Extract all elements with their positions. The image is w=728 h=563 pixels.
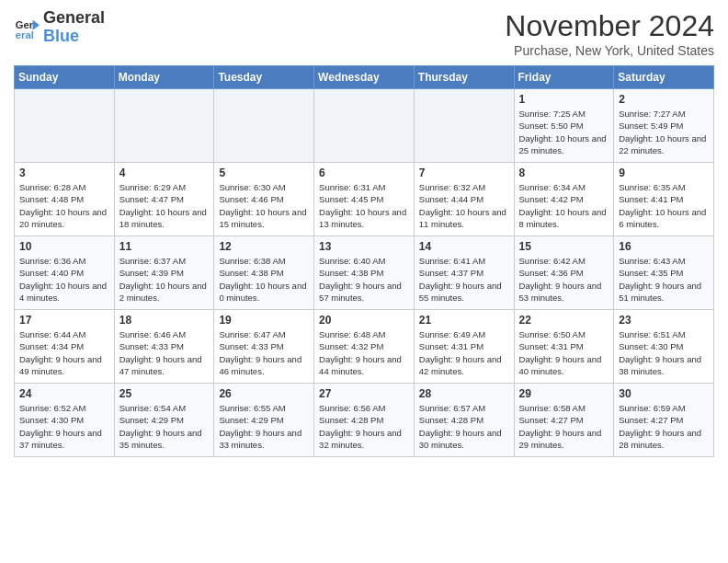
calendar-week-2: 3Sunrise: 6:28 AMSunset: 4:48 PMDaylight… (15, 163, 714, 236)
day-info: Sunrise: 6:36 AMSunset: 4:40 PMDaylight:… (19, 255, 109, 304)
svg-marker-2 (33, 19, 40, 29)
day-info: Sunrise: 6:29 AMSunset: 4:47 PMDaylight:… (119, 181, 210, 230)
day-info: Sunrise: 6:38 AMSunset: 4:38 PMDaylight:… (219, 255, 309, 304)
day-number: 29 (519, 387, 609, 400)
day-info: Sunrise: 6:52 AMSunset: 4:30 PMDaylight:… (19, 402, 109, 451)
calendar-cell-w4d4: 20Sunrise: 6:48 AMSunset: 4:32 PMDayligh… (314, 310, 415, 384)
day-info: Sunrise: 6:42 AMSunset: 4:36 PMDaylight:… (519, 255, 609, 304)
day-number: 5 (219, 167, 309, 179)
calendar-cell-w2d6: 8Sunrise: 6:34 AMSunset: 4:42 PMDaylight… (514, 163, 614, 236)
day-info: Sunrise: 7:27 AMSunset: 5:49 PMDaylight:… (619, 108, 709, 156)
calendar-cell-w1d3 (214, 89, 314, 163)
calendar-cell-w4d1: 17Sunrise: 6:44 AMSunset: 4:34 PMDayligh… (15, 310, 115, 384)
day-info: Sunrise: 6:57 AMSunset: 4:28 PMDaylight:… (419, 402, 509, 451)
calendar-cell-w2d3: 5Sunrise: 6:30 AMSunset: 4:46 PMDaylight… (214, 163, 314, 236)
calendar-header-tuesday: Tuesday (214, 66, 314, 89)
day-number: 19 (219, 314, 309, 327)
day-number: 21 (419, 314, 509, 327)
day-info: Sunrise: 6:40 AMSunset: 4:38 PMDaylight:… (319, 255, 409, 304)
day-number: 16 (619, 240, 709, 253)
calendar-cell-w3d5: 14Sunrise: 6:41 AMSunset: 4:37 PMDayligh… (414, 236, 514, 310)
day-number: 24 (19, 387, 109, 400)
logo-line1: General (43, 9, 105, 28)
calendar-header-friday: Friday (514, 66, 614, 89)
day-number: 30 (619, 387, 709, 400)
day-info: Sunrise: 6:48 AMSunset: 4:32 PMDaylight:… (319, 328, 409, 377)
day-number: 14 (419, 240, 509, 253)
day-number: 15 (519, 240, 609, 253)
logo: Gen eral General Blue (14, 9, 105, 46)
calendar-cell-w1d6: 1Sunrise: 7:25 AMSunset: 5:50 PMDaylight… (514, 89, 614, 163)
calendar-cell-w1d2 (114, 89, 214, 163)
calendar-cell-w5d4: 27Sunrise: 6:56 AMSunset: 4:28 PMDayligh… (314, 384, 415, 457)
day-info: Sunrise: 6:28 AMSunset: 4:48 PMDaylight:… (19, 181, 109, 230)
day-info: Sunrise: 6:59 AMSunset: 4:27 PMDaylight:… (619, 402, 709, 451)
day-number: 27 (319, 387, 409, 400)
calendar-cell-w2d5: 7Sunrise: 6:32 AMSunset: 4:44 PMDaylight… (414, 163, 514, 236)
day-number: 20 (319, 314, 409, 327)
calendar-week-4: 17Sunrise: 6:44 AMSunset: 4:34 PMDayligh… (15, 310, 714, 384)
day-number: 28 (419, 387, 509, 400)
calendar-cell-w2d2: 4Sunrise: 6:29 AMSunset: 4:47 PMDaylight… (114, 163, 214, 236)
calendar-cell-w1d1 (15, 89, 115, 163)
svg-text:Gen: Gen (16, 19, 36, 30)
calendar-header-sunday: Sunday (15, 66, 115, 89)
calendar-cell-w1d4 (314, 89, 415, 163)
day-number: 11 (119, 240, 210, 253)
calendar-cell-w5d5: 28Sunrise: 6:57 AMSunset: 4:28 PMDayligh… (414, 384, 514, 457)
calendar-cell-w5d7: 30Sunrise: 6:59 AMSunset: 4:27 PMDayligh… (614, 384, 714, 457)
calendar-page: Gen eral General Blue November 2024 Purc… (0, 0, 728, 466)
calendar-table: SundayMondayTuesdayWednesdayThursdayFrid… (14, 65, 714, 457)
day-number: 8 (519, 167, 609, 179)
day-number: 7 (419, 167, 509, 179)
svg-text:eral: eral (16, 29, 34, 40)
calendar-cell-w2d4: 6Sunrise: 6:31 AMSunset: 4:45 PMDaylight… (314, 163, 415, 236)
day-number: 13 (319, 240, 409, 253)
day-info: Sunrise: 6:43 AMSunset: 4:35 PMDaylight:… (619, 255, 709, 304)
day-info: Sunrise: 6:34 AMSunset: 4:42 PMDaylight:… (519, 181, 609, 230)
header: Gen eral General Blue November 2024 Purc… (14, 9, 714, 58)
day-number: 12 (219, 240, 309, 253)
calendar-cell-w5d2: 25Sunrise: 6:54 AMSunset: 4:29 PMDayligh… (114, 384, 214, 457)
calendar-cell-w3d7: 16Sunrise: 6:43 AMSunset: 4:35 PMDayligh… (614, 236, 714, 310)
day-number: 9 (619, 167, 709, 179)
calendar-header-row: SundayMondayTuesdayWednesdayThursdayFrid… (15, 66, 714, 89)
day-info: Sunrise: 6:49 AMSunset: 4:31 PMDaylight:… (419, 328, 509, 377)
calendar-cell-w3d2: 11Sunrise: 6:37 AMSunset: 4:39 PMDayligh… (114, 236, 214, 310)
calendar-cell-w4d2: 18Sunrise: 6:46 AMSunset: 4:33 PMDayligh… (114, 310, 214, 384)
calendar-cell-w5d3: 26Sunrise: 6:55 AMSunset: 4:29 PMDayligh… (214, 384, 314, 457)
day-number: 3 (19, 167, 109, 179)
calendar-cell-w3d3: 12Sunrise: 6:38 AMSunset: 4:38 PMDayligh… (214, 236, 314, 310)
day-info: Sunrise: 6:35 AMSunset: 4:41 PMDaylight:… (619, 181, 709, 230)
calendar-header-monday: Monday (114, 66, 214, 89)
day-info: Sunrise: 6:54 AMSunset: 4:29 PMDaylight:… (119, 402, 210, 451)
day-number: 2 (619, 93, 709, 106)
day-info: Sunrise: 6:47 AMSunset: 4:33 PMDaylight:… (219, 328, 309, 377)
day-number: 25 (119, 387, 210, 400)
day-number: 6 (319, 167, 409, 179)
logo-line2: Blue (43, 28, 105, 46)
day-info: Sunrise: 6:46 AMSunset: 4:33 PMDaylight:… (119, 328, 210, 377)
calendar-cell-w5d6: 29Sunrise: 6:58 AMSunset: 4:27 PMDayligh… (514, 384, 614, 457)
day-info: Sunrise: 6:30 AMSunset: 4:46 PMDaylight:… (219, 181, 309, 230)
day-number: 18 (119, 314, 210, 327)
month-title: November 2024 (505, 9, 714, 43)
logo-icon: Gen eral (14, 15, 40, 40)
calendar-week-5: 24Sunrise: 6:52 AMSunset: 4:30 PMDayligh… (15, 384, 714, 457)
day-info: Sunrise: 6:56 AMSunset: 4:28 PMDaylight:… (319, 402, 409, 451)
calendar-cell-w3d6: 15Sunrise: 6:42 AMSunset: 4:36 PMDayligh… (514, 236, 614, 310)
day-number: 4 (119, 167, 210, 179)
day-info: Sunrise: 6:32 AMSunset: 4:44 PMDaylight:… (419, 181, 509, 230)
calendar-week-3: 10Sunrise: 6:36 AMSunset: 4:40 PMDayligh… (15, 236, 714, 310)
day-number: 23 (619, 314, 709, 327)
day-number: 22 (519, 314, 609, 327)
day-number: 10 (19, 240, 109, 253)
calendar-cell-w1d5 (414, 89, 514, 163)
day-info: Sunrise: 7:25 AMSunset: 5:50 PMDaylight:… (519, 108, 609, 156)
calendar-header-saturday: Saturday (614, 66, 714, 89)
calendar-cell-w4d3: 19Sunrise: 6:47 AMSunset: 4:33 PMDayligh… (214, 310, 314, 384)
calendar-cell-w4d5: 21Sunrise: 6:49 AMSunset: 4:31 PMDayligh… (414, 310, 514, 384)
location-subtitle: Purchase, New York, United States (505, 43, 714, 58)
day-info: Sunrise: 6:44 AMSunset: 4:34 PMDaylight:… (19, 328, 109, 377)
calendar-cell-w4d7: 23Sunrise: 6:51 AMSunset: 4:30 PMDayligh… (614, 310, 714, 384)
